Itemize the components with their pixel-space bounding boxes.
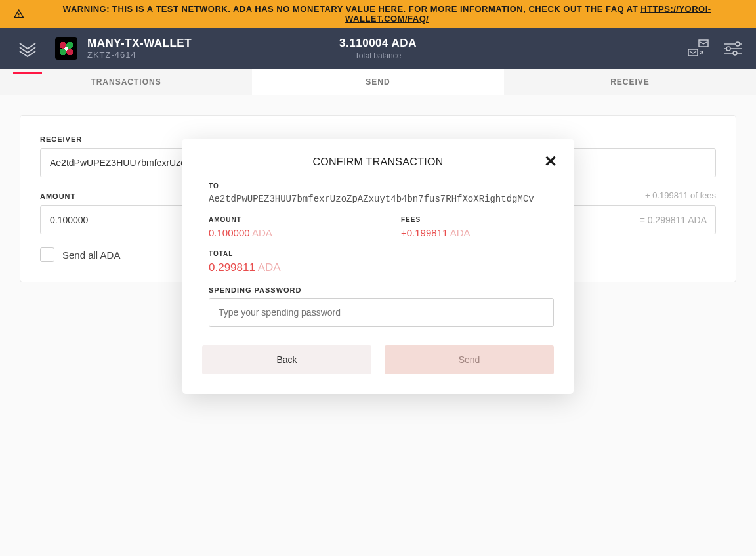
amount-value-modal: 0.100000 ADA [209,227,362,238]
send-all-checkbox[interactable] [40,247,54,262]
warning-icon [13,8,25,20]
send-button[interactable]: Send [385,345,554,374]
app-logo[interactable] [13,34,42,63]
balance-amount: 3.110004 ADA [339,37,417,50]
modal-title: CONFIRM TRANSACTION [202,156,554,168]
password-label: SPENDING PASSWORD [209,286,554,294]
settings-icon[interactable] [723,39,743,58]
warning-banner: WARNING: THIS IS A TEST NETWORK. ADA HAS… [0,0,756,28]
to-address: Ae2tdPwUPEZ3HUU7bmfexrUzoZpAZxuyt4b4bn7f… [209,194,554,204]
fee-hint: + 0.199811 of fees [645,190,716,200]
send-all-label: Send all ADA [62,249,120,261]
total-value-modal: 0.299811 ADA [209,261,554,274]
logo-accent [13,72,42,74]
close-icon: ✕ [544,152,557,170]
svg-rect-0 [699,40,708,47]
app-header: MANY-TX-WALLET ZKTZ-4614 3.110004 ADA To… [0,28,756,69]
svg-rect-1 [688,49,698,56]
svg-point-3 [736,42,740,46]
close-button[interactable]: ✕ [543,154,558,169]
to-label: TO [209,182,554,190]
wallet-name: MANY-TX-WALLET [87,37,192,50]
amount-label-modal: AMOUNT [209,216,362,223]
paper-wallet-icon[interactable] [687,39,707,58]
svg-point-7 [733,51,737,55]
amount-label: AMOUNT [40,192,75,200]
total-hint: = 0.299811 ADA [640,215,707,225]
spending-password-input[interactable] [209,298,554,327]
warning-text: WARNING: THIS IS A TEST NETWORK. ADA HAS… [63,4,640,14]
tab-send[interactable]: SEND [252,69,504,95]
wallet-tabs: TRANSACTIONS SEND RECEIVE [0,69,756,95]
fees-label-modal: FEES [401,216,554,223]
yoroi-logo-icon [18,39,37,58]
wallet-avatar [55,37,77,60]
fees-value-modal: +0.199811 ADA [401,227,554,238]
back-button[interactable]: Back [202,345,371,374]
tab-receive[interactable]: RECEIVE [504,69,756,95]
total-label-modal: TOTAL [209,250,554,257]
balance-label: Total balance [339,51,417,60]
confirm-transaction-modal: CONFIRM TRANSACTION ✕ TO Ae2tdPwUPEZ3HUU… [182,139,574,394]
svg-point-5 [726,47,730,51]
wallet-code: ZKTZ-4614 [87,50,192,60]
